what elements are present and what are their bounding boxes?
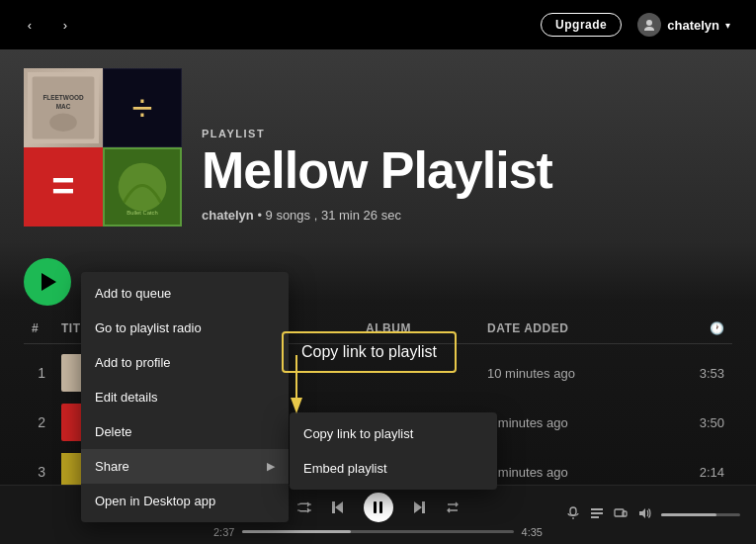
svg-marker-17 (335, 501, 343, 513)
svg-text:FLEETWOOD: FLEETWOOD (42, 94, 84, 101)
track-number: 1 (32, 365, 61, 381)
menu-item-delete[interactable]: Delete (81, 414, 289, 449)
album-thumb-1: FLEETWOOD MAC (24, 68, 103, 147)
playback-controls (296, 493, 461, 522)
share-submenu: Copy link to playlist Embed playlist (290, 412, 497, 490)
user-name: chatelyn (667, 18, 719, 33)
playlist-duration: 31 min 26 sec (321, 208, 401, 223)
svg-text:MAC: MAC (56, 103, 71, 110)
top-bar: ‹ › Upgrade chatelyn ▾ (0, 0, 756, 49)
svg-point-5 (49, 114, 77, 132)
progress-fill (242, 530, 351, 533)
next-button[interactable] (411, 499, 427, 515)
svg-text:=: = (51, 164, 74, 208)
album-thumb-3: = (24, 147, 103, 227)
volume-bar[interactable] (661, 513, 740, 516)
callout-label: Copy link to playlist (301, 343, 437, 360)
svg-rect-23 (591, 512, 603, 514)
player-right-controls (543, 506, 740, 523)
track-date-added: 7 minutes ago (487, 465, 645, 480)
avatar (637, 13, 661, 37)
track-date-added: 9 minutes ago (487, 415, 645, 430)
album-thumb-4: Bullet Catch (103, 147, 182, 227)
playlist-meta: chatelyn • 9 songs , 31 min 26 sec (202, 208, 732, 223)
user-menu[interactable]: chatelyn ▾ (633, 9, 740, 41)
microphone-icon-button[interactable] (566, 506, 580, 523)
repeat-button[interactable] (445, 499, 461, 515)
svg-marker-19 (414, 501, 422, 513)
progress-bar-area: 2:37 4:35 (213, 526, 543, 538)
volume-icon-button[interactable] (637, 506, 651, 523)
playlist-type-label: PLAYLIST (202, 128, 732, 139)
svg-rect-26 (623, 511, 627, 516)
topbar-right: Upgrade chatelyn ▾ (541, 9, 740, 41)
track-duration: 2:14 (645, 465, 724, 480)
nav-controls: ‹ › (16, 11, 79, 39)
svg-rect-22 (591, 508, 603, 510)
col-header-date: DATE ADDED (487, 321, 645, 335)
menu-item-open-desktop[interactable]: Open in Desktop app (81, 484, 289, 518)
previous-button[interactable] (330, 499, 346, 515)
track-duration: 3:50 (645, 415, 724, 430)
menu-item-copy-link[interactable]: Copy link to playlist (290, 416, 497, 451)
track-date-added: 10 minutes ago (487, 366, 645, 381)
svg-rect-18 (332, 501, 335, 513)
playlist-separator: • (257, 208, 265, 223)
context-menu: Add to queue Go to playlist radio Add to… (81, 272, 289, 522)
track-number: 3 (32, 464, 61, 480)
time-total: 4:35 (522, 526, 543, 538)
svg-text:÷: ÷ (132, 87, 153, 129)
col-header-duration: 🕐 (645, 321, 724, 335)
volume-fill (661, 513, 716, 516)
svg-rect-21 (570, 507, 576, 515)
playlist-song-count: 9 songs (266, 208, 311, 223)
pause-bar-left (374, 501, 377, 513)
shuffle-button[interactable] (296, 499, 312, 515)
svg-rect-20 (422, 501, 425, 513)
callout-box: Copy link to playlist (282, 331, 457, 373)
play-button[interactable] (24, 258, 71, 306)
menu-item-add-profile[interactable]: Add to profile (81, 345, 289, 380)
playlist-title: Mellow Playlist (202, 143, 732, 198)
hero-section: FLEETWOOD MAC ÷ = (0, 49, 756, 242)
time-current: 2:37 (213, 526, 234, 538)
progress-track[interactable] (242, 530, 513, 533)
devices-icon-button[interactable] (614, 506, 628, 523)
chevron-down-icon: ▾ (725, 20, 730, 31)
playlist-owner: chatelyn (202, 208, 254, 223)
pause-button[interactable] (364, 493, 393, 522)
queue-icon-button[interactable] (590, 506, 604, 523)
album-thumb-2: ÷ (103, 68, 182, 147)
menu-item-share[interactable]: Share ▶ (81, 449, 289, 484)
svg-marker-27 (639, 508, 645, 518)
back-button[interactable]: ‹ (16, 11, 43, 39)
menu-item-edit-details[interactable]: Edit details (81, 380, 289, 414)
svg-point-0 (646, 20, 652, 26)
track-duration: 3:53 (645, 366, 724, 381)
menu-item-add-queue[interactable]: Add to queue (81, 276, 289, 311)
menu-item-playlist-radio[interactable]: Go to playlist radio (81, 311, 289, 345)
menu-item-embed-playlist[interactable]: Embed playlist (290, 451, 497, 486)
hero-info: PLAYLIST Mellow Playlist chatelyn • 9 so… (202, 128, 732, 227)
svg-rect-24 (591, 516, 599, 518)
svg-text:Bullet Catch: Bullet Catch (126, 210, 157, 216)
album-art-grid: FLEETWOOD MAC ÷ = (24, 68, 182, 227)
forward-button[interactable]: › (51, 11, 79, 39)
playlist-duration-sep: , (314, 208, 321, 223)
play-icon (42, 273, 56, 291)
submenu-arrow-icon: ▶ (267, 460, 275, 473)
track-number: 2 (32, 414, 61, 430)
pause-bar-right (379, 501, 382, 513)
upgrade-button[interactable]: Upgrade (541, 13, 622, 37)
col-header-num: # (32, 321, 61, 335)
